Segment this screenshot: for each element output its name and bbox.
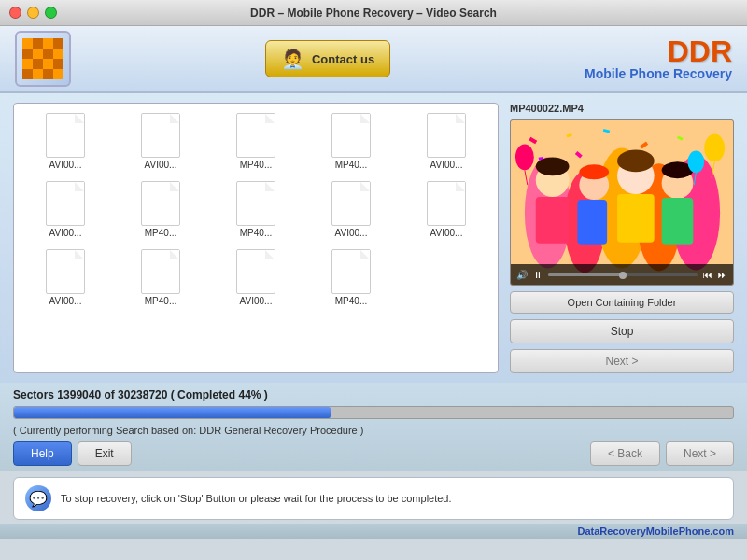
next-button[interactable]: Next > bbox=[510, 349, 734, 373]
preview-panel: MP400022.MP4 bbox=[510, 103, 734, 373]
file-grid: AVI00... AVI00... MP40... MP40... AVI00.… bbox=[20, 109, 492, 310]
brand-title: DDR bbox=[585, 36, 732, 66]
svg-rect-12 bbox=[53, 59, 63, 69]
help-button[interactable]: Help bbox=[13, 441, 72, 466]
svg-rect-10 bbox=[33, 59, 43, 69]
file-thumbnail bbox=[46, 249, 85, 294]
file-thumbnail bbox=[46, 181, 85, 226]
file-thumbnail bbox=[141, 249, 180, 294]
file-label: MP40... bbox=[335, 296, 367, 306]
info-box: 💬 To stop recovery, click on 'Stop' Butt… bbox=[13, 477, 734, 520]
next-nav-button[interactable]: Next > bbox=[666, 441, 734, 466]
watermark: DataRecoveryMobilePhone.com bbox=[0, 524, 747, 539]
file-thumbnail bbox=[141, 181, 180, 226]
video-progress-fill bbox=[548, 273, 623, 276]
list-item[interactable]: MP40... bbox=[210, 177, 302, 242]
file-label: MP40... bbox=[145, 228, 176, 238]
window-controls[interactable] bbox=[9, 7, 57, 19]
status-text: ( Currently performing Search based on: … bbox=[13, 425, 734, 436]
list-item[interactable]: MP40... bbox=[210, 109, 302, 174]
prev-icon[interactable]: ⏮ bbox=[703, 270, 712, 280]
open-folder-button[interactable]: Open Containing Folder bbox=[510, 291, 734, 314]
list-item[interactable]: AVI00... bbox=[20, 245, 111, 310]
preview-filename: MP400022.MP4 bbox=[510, 103, 734, 114]
svg-point-42 bbox=[515, 145, 534, 171]
stop-button[interactable]: Stop bbox=[510, 319, 734, 343]
svg-rect-8 bbox=[53, 49, 63, 59]
svg-point-46 bbox=[687, 150, 704, 173]
list-item[interactable]: AVI00... bbox=[305, 177, 397, 242]
file-label: AVI00... bbox=[145, 160, 177, 170]
svg-rect-41 bbox=[662, 198, 694, 245]
svg-rect-40 bbox=[617, 194, 655, 243]
list-item[interactable]: AVI00... bbox=[401, 177, 492, 242]
file-label: AVI00... bbox=[49, 296, 82, 306]
list-item[interactable]: MP40... bbox=[115, 245, 206, 310]
bottom-panel: Sectors 1399040 of 30238720 ( Completed … bbox=[0, 383, 747, 471]
minimize-button[interactable] bbox=[27, 7, 39, 19]
contact-label: Contact us bbox=[312, 52, 374, 66]
svg-rect-38 bbox=[536, 197, 570, 244]
list-item[interactable]: AVI00... bbox=[210, 245, 302, 310]
exit-button[interactable]: Exit bbox=[78, 441, 132, 466]
list-item[interactable]: MP40... bbox=[115, 177, 206, 242]
file-label: MP40... bbox=[335, 160, 367, 170]
window-title: DDR – Mobile Phone Recovery – Video Sear… bbox=[250, 7, 497, 20]
svg-rect-1 bbox=[22, 38, 33, 49]
list-item[interactable]: AVI00... bbox=[401, 109, 492, 174]
file-thumbnail bbox=[331, 181, 371, 226]
file-thumbnail bbox=[331, 249, 371, 294]
video-frame bbox=[511, 120, 733, 285]
back-button[interactable]: < Back bbox=[590, 441, 660, 466]
file-label: AVI00... bbox=[430, 160, 463, 170]
file-label: MP40... bbox=[240, 160, 272, 170]
navigation-buttons: Help Exit < Back Next > bbox=[13, 441, 734, 466]
header: 🧑‍💼 Contact us DDR Mobile Phone Recovery bbox=[0, 26, 747, 93]
svg-rect-39 bbox=[577, 200, 607, 245]
file-label: AVI00... bbox=[335, 228, 368, 238]
main-content: AVI00... AVI00... MP40... MP40... AVI00.… bbox=[0, 93, 747, 383]
svg-rect-13 bbox=[22, 69, 33, 79]
maximize-button[interactable] bbox=[45, 7, 57, 19]
file-thumbnail bbox=[236, 181, 275, 226]
video-controls[interactable]: 🔊 ⏸ ⏮ ⏭ bbox=[511, 264, 733, 285]
pause-icon[interactable]: ⏸ bbox=[533, 270, 543, 280]
svg-point-34 bbox=[536, 157, 570, 175]
svg-rect-15 bbox=[43, 69, 53, 79]
video-preview: 🔊 ⏸ ⏮ ⏭ bbox=[510, 119, 734, 286]
file-thumbnail bbox=[236, 249, 275, 294]
svg-point-35 bbox=[579, 164, 609, 179]
file-label: AVI00... bbox=[430, 228, 463, 238]
file-thumbnail bbox=[141, 113, 180, 158]
svg-rect-11 bbox=[43, 59, 53, 69]
brand-subtitle: Mobile Phone Recovery bbox=[585, 66, 732, 81]
close-button[interactable] bbox=[9, 7, 21, 19]
svg-rect-3 bbox=[43, 38, 53, 49]
file-thumbnail bbox=[331, 113, 371, 158]
next-icon[interactable]: ⏭ bbox=[718, 270, 727, 280]
list-item[interactable]: AVI00... bbox=[20, 109, 111, 174]
file-label: MP40... bbox=[240, 228, 272, 238]
checker-svg-icon bbox=[22, 38, 63, 79]
contact-button[interactable]: 🧑‍💼 Contact us bbox=[265, 40, 390, 77]
preview-svg bbox=[511, 120, 733, 285]
volume-icon[interactable]: 🔊 bbox=[516, 270, 528, 280]
file-thumbnail bbox=[236, 113, 275, 158]
file-thumbnail bbox=[427, 113, 466, 158]
brand-area: DDR Mobile Phone Recovery bbox=[585, 36, 732, 81]
svg-rect-9 bbox=[22, 59, 33, 69]
svg-rect-5 bbox=[22, 49, 33, 59]
svg-rect-14 bbox=[33, 69, 43, 79]
list-item[interactable]: AVI00... bbox=[115, 109, 206, 174]
list-item[interactable]: MP40... bbox=[305, 109, 397, 174]
file-thumbnail bbox=[46, 113, 85, 158]
file-thumbnail bbox=[427, 181, 466, 226]
file-label: AVI00... bbox=[49, 228, 82, 238]
title-bar: DDR – Mobile Phone Recovery – Video Sear… bbox=[0, 0, 747, 26]
svg-rect-6 bbox=[33, 49, 43, 59]
list-item[interactable]: MP40... bbox=[305, 245, 397, 310]
video-progress-bar[interactable] bbox=[548, 273, 698, 276]
list-item[interactable]: AVI00... bbox=[20, 177, 111, 242]
file-label: AVI00... bbox=[49, 160, 82, 170]
progress-bar-fill bbox=[14, 407, 331, 418]
